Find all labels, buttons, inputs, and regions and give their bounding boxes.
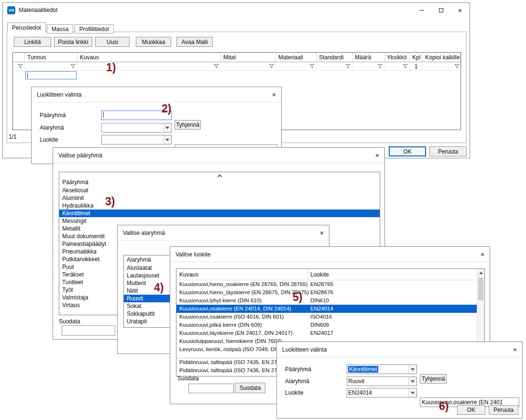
filter-cell [423,62,461,70]
screenshot-canvas: G4 Materiaalitiedot × Perustiedot Massa … [0,0,526,420]
annotation-step-5: 5) [293,291,302,304]
paaryhma-label: Pääryhmä [40,112,66,119]
titlebar[interactable]: Valitse pääryhmä × [53,148,384,163]
suodata-button[interactable]: Suodata [235,383,265,393]
filter-cell [317,62,352,70]
table-row[interactable]: Kuusioruuvi,täyskierre (EN 24017, DIN 24… [176,329,477,337]
table-row[interactable]: Kuusioruuvi,hieno_täyskierre (EN 28675, … [176,288,477,297]
table-row[interactable]: Kuusioruuvi,osakierre (EN 24014, DIN 240… [176,305,477,313]
grid-filter-row: 1 [13,62,460,71]
filter-icon[interactable] [269,64,274,69]
luokite-label: Luokite [40,136,58,143]
column-header[interactable]: Kpl [410,53,423,62]
close-button[interactable]: × [450,3,470,17]
alaryhma-combo[interactable] [101,123,172,133]
filter-icon[interactable] [377,64,383,69]
close-button[interactable]: × [505,346,517,354]
muokkaa-button[interactable]: Muokkaa [136,37,171,47]
suodata-input[interactable] [62,325,115,336]
titlebar[interactable]: Valitse alaryhmä × [118,225,329,240]
filter-icon[interactable] [345,64,351,69]
combo-dropdown-button[interactable] [408,377,416,386]
annotation-step-3: 3) [105,195,115,208]
column-header[interactable]: Materiaali [276,53,317,62]
paaryhma-combo[interactable]: Kiinnittimet [347,365,417,374]
titlebar[interactable]: Valitse luokite × [170,247,490,262]
kpl-value: 1 [415,63,418,70]
row-selector-header [13,53,25,62]
titlebar-separator [170,262,490,262]
list-item[interactable]: Messingit [59,217,380,225]
luokite-row: Luokite EN24014 Kuusioruuvi,osakierre (E… [277,388,522,398]
ok-button[interactable]: OK [457,405,485,415]
linkita-button[interactable]: Linkitä [14,37,51,47]
close-button[interactable]: × [312,229,324,237]
list-item[interactable]: Kiinnittimet [59,210,380,217]
list-item[interactable]: Akseliosat [59,187,380,194]
tunnus-cell-editor[interactable] [25,71,77,79]
titlebar[interactable]: Luokitteen valinta × [277,342,522,357]
filter-icon[interactable] [214,64,219,69]
filter-icon[interactable] [309,64,315,69]
close-button[interactable]: × [368,152,379,159]
table-row[interactable]: Kuusioruuvi,pitkä kierre (DIN 609) DIN60… [176,321,477,329]
combo-dropdown-button[interactable] [408,365,416,374]
combo-value: Kiinnittimet [348,366,378,373]
tab-massa[interactable]: Massa [47,24,73,33]
paaryhma-input[interactable] [101,111,172,120]
tab-bar: Perustiedot Massa Profiilitiedot [7,22,113,33]
column-header[interactable]: Kopioi kaikille [423,53,461,62]
close-button[interactable]: × [473,251,484,258]
column-header[interactable]: Mitat [221,53,276,62]
scroll-up-button[interactable] [477,269,484,276]
titlebar[interactable]: Luokitteen valinta × [32,87,281,102]
column-header[interactable]: Standardi [317,53,352,62]
combo-dropdown-button[interactable] [163,135,171,144]
filter-icon[interactable] [70,64,76,69]
alaryhma-combo[interactable]: Ruuvit [347,376,417,386]
close-icon: × [320,229,324,237]
peruuta-button[interactable]: Peruuta [489,405,518,415]
alaryhma-label: Alaryhmä [285,378,309,385]
combo-dropdown-button[interactable] [163,123,171,132]
poista-linkki-button[interactable]: Poista linkki [54,37,92,47]
close-button[interactable]: × [264,91,276,99]
minimize-button[interactable] [412,3,431,17]
ok-button[interactable]: OK [389,146,426,156]
window-title: Materiaalitiedot [19,7,57,13]
filter-cell [384,62,410,70]
table-row[interactable]: Kuusioruuvi,hieno_osakierre (EN 28765, D… [176,280,477,288]
column-header[interactable]: Tunnus [25,53,77,62]
filter-icon[interactable] [18,64,23,69]
table-row[interactable]: Kuusioruuvi,lyhyt kierre (DIN 610) DIN61… [176,297,477,305]
suodata-input[interactable] [188,384,234,393]
tab-perustiedot[interactable]: Perustiedot [7,22,46,33]
uusi-button[interactable]: Uusi [95,37,130,47]
luokite-combo[interactable]: EN24014 [347,388,417,398]
minimize-icon [419,10,424,11]
scroll-up-button[interactable] [59,172,380,178]
dialog-title: Luokitteen valinta [37,91,81,98]
titlebar[interactable]: G4 Materiaalitiedot × [3,3,470,17]
peruuta-button[interactable]: Peruuta [429,146,467,156]
column-header[interactable]: Yksikkö [384,53,410,62]
scrollbar-thumb[interactable] [478,277,483,300]
column-header[interactable]: Määrä [352,53,384,62]
luokite-combo[interactable] [101,135,172,144]
filter-icon[interactable] [454,64,460,69]
column-header[interactable]: Kuvaus [77,53,221,62]
table-row[interactable]: Kuusioruuvi,osakierre (ISO 4016, DIN 601… [176,313,477,321]
maximize-button[interactable] [431,3,450,17]
close-icon: × [458,7,462,14]
avaa-malli-button[interactable]: Avaa Malli [176,37,213,47]
filter-cell [13,62,25,70]
annotation-step-2: 2) [162,102,171,115]
combo-dropdown-button[interactable] [408,388,416,397]
titlebar-separator [118,240,329,241]
column-header-kuvaus[interactable]: Kuvaus [179,271,198,278]
tab-profiilitiedot[interactable]: Profiilitiedot [75,24,114,33]
page-indicator: 1/1 [9,133,17,140]
column-header-luokite[interactable]: Luokite [310,271,329,278]
filter-icon[interactable] [403,64,408,69]
combo-value: Ruuvit [348,378,364,385]
